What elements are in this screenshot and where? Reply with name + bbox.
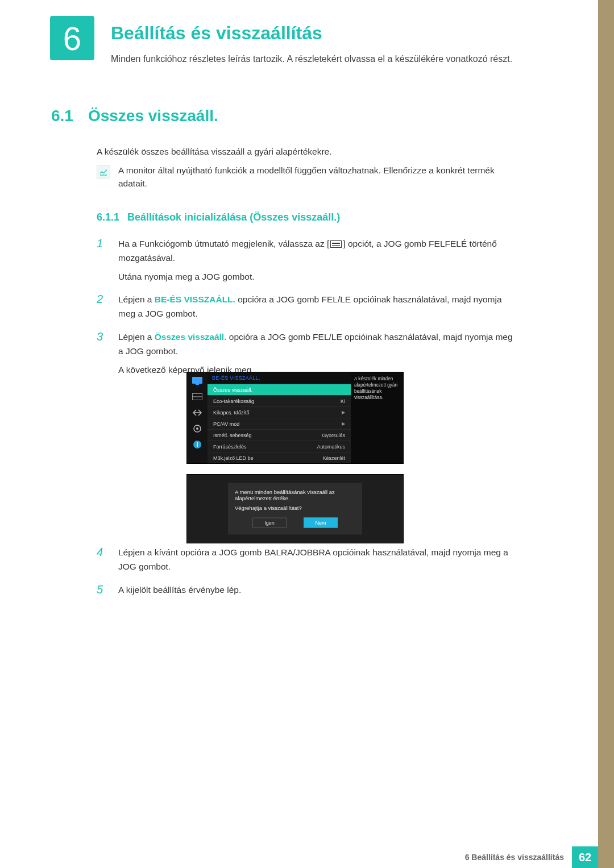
osd-row-label: Eco-takarékosság (213, 398, 254, 404)
svg-text:i: i (196, 441, 198, 448)
footer-page-number: 62 (572, 846, 598, 868)
osd-row: Kikapcs. Időzítő ▶ (208, 406, 351, 418)
note-icon (97, 165, 110, 178)
footer-chapter-label: 6 Beállítás és visszaállítás (465, 846, 572, 868)
dialog-buttons: Igen Nem (235, 518, 355, 528)
chevron-right-icon: ▶ (342, 410, 345, 416)
osd-row-value: Gyorsulás (322, 433, 345, 438)
dialog-text-line2: Végrehajtja a visszaállítást? (235, 505, 355, 511)
page-footer: 6 Beállítás és visszaállítás 62 (0, 846, 598, 868)
step-4: 4 Lépjen a kívánt opcióra a JOG gomb BAL… (97, 546, 517, 574)
step-body: Ha a Funkciógomb útmutató megjelenik, vá… (118, 237, 517, 284)
settings-tab-icon (191, 423, 204, 434)
info-tab-icon: i (191, 439, 204, 450)
osd-row: PC/AV mód ▶ (208, 418, 351, 429)
chapter-title: Beállítás és visszaállítás (111, 23, 322, 44)
subsection-title: Beállítások inicializálása (Összes vissz… (127, 211, 340, 223)
step-3: 3 Lépjen a Összes visszaáll. opcióra a J… (97, 330, 517, 377)
osd-row-label: Forrásészlelés (213, 444, 247, 450)
step-highlight: BE-ÉS VISSZAÁLL. (155, 294, 235, 304)
no-button[interactable]: Nem (304, 518, 338, 528)
osd-confirm-dialog: A menü minden beállításának visszaáll az… (228, 483, 362, 535)
osd-row-label: Műk.jelző LED be (213, 455, 254, 461)
step-text: Lépjen a (118, 294, 155, 304)
osd-main: BE-ÉS VISSZAÁLL. Összes visszaáll. Eco-t… (208, 372, 403, 463)
osd-screenshot: i BE-ÉS VISSZAÁLL. Összes visszaáll. Eco… (186, 372, 404, 543)
step-text: Ha a Funkciógomb útmutató megjelenik, vá… (118, 239, 329, 248)
subsection: 6.1.1 Beállítások inicializálása (Összes… (97, 211, 517, 386)
chevron-right-icon: ▶ (342, 421, 345, 427)
osd-row-selected: Összes visszaáll. (208, 384, 351, 395)
step-number: 2 (97, 293, 108, 321)
chapter-number-badge: 6 (50, 16, 94, 60)
size-tab-icon (191, 408, 204, 418)
step-number: 4 (97, 546, 108, 574)
osd-row-value: Ki (341, 398, 345, 404)
step-body: Lépjen a kívánt opcióra a JOG gomb BALRA… (118, 546, 517, 574)
step-5: 5 A kijelölt beállítás érvénybe lép. (97, 583, 517, 597)
steps-list-lower: 4 Lépjen a kívánt opcióra a JOG gomb BAL… (97, 546, 517, 606)
yes-button[interactable]: Igen (252, 518, 287, 528)
step-body: Lépjen a BE-ÉS VISSZAÁLL. opcióra a JOG … (118, 293, 517, 321)
section-heading: 6.1 Összes visszaáll. (51, 107, 218, 125)
step-body: Lépjen a Összes visszaáll. opcióra a JOG… (118, 330, 517, 377)
svg-rect-1 (196, 384, 199, 385)
osd-row-value: Készenlét (322, 455, 345, 461)
note-block: A monitor által nyújtható funkciók a mod… (97, 164, 517, 190)
menu-icon (330, 240, 342, 248)
osd-row: Eco-takarékosság Ki (208, 395, 351, 406)
osd-row-label: Összes visszaáll. (213, 387, 252, 393)
osd-tab-strip: i (187, 372, 208, 463)
step-number: 3 (97, 330, 108, 377)
section-description: A készülék összes beállítása visszaáll a… (97, 147, 517, 157)
svg-rect-0 (192, 377, 202, 384)
osd-row-label: PC/AV mód (213, 421, 239, 427)
section-title: Összes visszaáll. (88, 107, 218, 125)
osd-row: Ismétl. sebesség Gyorsulás (208, 429, 351, 441)
side-accent-bar (598, 0, 614, 868)
step-1: 1 Ha a Funkciógomb útmutató megjelenik, … (97, 237, 517, 284)
step-text: Lépjen a (118, 332, 155, 342)
steps-list: 1 Ha a Funkciógomb útmutató megjelenik, … (97, 237, 517, 377)
step-highlight: Összes visszaáll. (155, 332, 227, 342)
step-text: Utána nyomja meg a JOG gombot. (118, 272, 255, 281)
osd-row-value: Automatikus (317, 444, 345, 450)
picture-tab-icon (191, 376, 204, 386)
step-number: 5 (97, 583, 108, 597)
dialog-text-line1: A menü minden beállításának visszaáll az… (235, 489, 355, 501)
svg-point-5 (196, 427, 198, 430)
osd-menu-panel: i BE-ÉS VISSZAÁLL. Összes visszaáll. Eco… (186, 372, 404, 464)
osd-row-label: Kikapcs. Időzítő (213, 410, 250, 416)
step-body: A kijelölt beállítás érvénybe lép. (118, 583, 241, 597)
osd-row: Forrásészlelés Automatikus (208, 441, 351, 452)
note-text: A monitor által nyújtható funkciók a mod… (118, 164, 517, 190)
osd-confirm-panel: A menü minden beállításának visszaáll az… (186, 474, 404, 543)
osd-list-header: BE-ÉS VISSZAÁLL. (208, 372, 351, 384)
step-2: 2 Lépjen a BE-ÉS VISSZAÁLL. opcióra a JO… (97, 293, 517, 321)
chapter-intro-text: Minden funkcióhoz részletes leírás tarto… (111, 52, 520, 66)
osd-help-panel: A készülék minden alapértelmezett gyári … (351, 372, 403, 463)
osd-row: Műk.jelző LED be Készenlét (208, 452, 351, 463)
subsection-heading: 6.1.1 Beállítások inicializálása (Összes… (97, 211, 517, 223)
osd-list: BE-ÉS VISSZAÁLL. Összes visszaáll. Eco-t… (208, 372, 351, 463)
subsection-number: 6.1.1 (97, 211, 119, 223)
step-number: 1 (97, 237, 108, 284)
section-number: 6.1 (51, 107, 73, 125)
screen-tab-icon (191, 392, 204, 402)
osd-row-label: Ismétl. sebesség (213, 433, 252, 438)
